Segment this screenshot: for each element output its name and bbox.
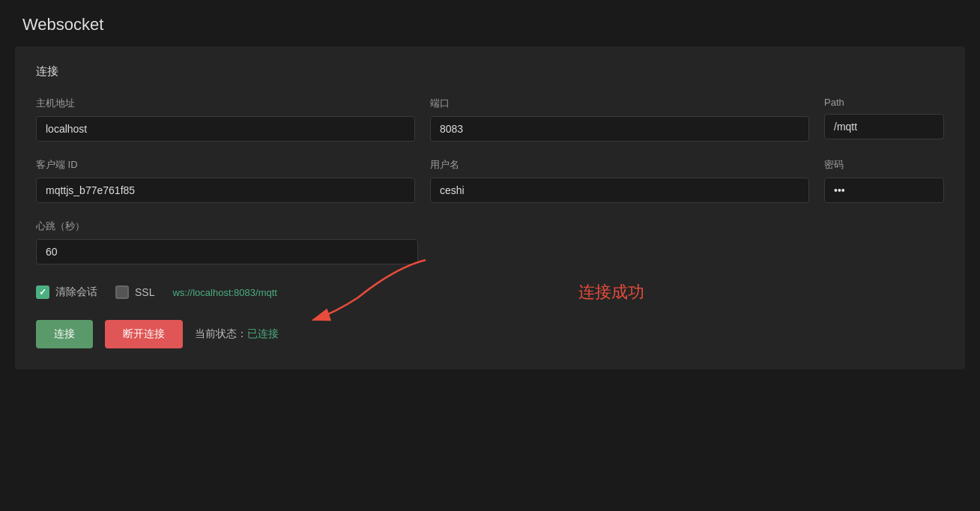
password-group: 密码 (824, 158, 944, 203)
check-icon: ✓ (39, 287, 46, 297)
username-input[interactable] (430, 178, 809, 203)
page-title: Websocket (22, 15, 958, 34)
host-input[interactable] (36, 116, 415, 142)
host-label: 主机地址 (36, 97, 415, 110)
clear-session-checkbox[interactable]: ✓ (36, 285, 49, 299)
success-area: 连接成功 (503, 281, 644, 303)
row-client-user-pass: 客户端 ID 用户名 密码 (36, 158, 944, 203)
client-id-group: 客户端 ID (36, 158, 415, 203)
password-input[interactable] (824, 178, 944, 203)
path-label: Path (824, 97, 944, 108)
ssl-group[interactable]: SSL (115, 285, 154, 299)
options-row: ✓ 清除会话 SSL ws://localhost:8083/mqtt 连接成功 (36, 281, 944, 303)
port-input[interactable] (430, 116, 809, 142)
ws-url-text: ws://localhost:8083/mqtt (172, 287, 276, 298)
path-group: Path (824, 97, 944, 142)
port-group: 端口 (430, 97, 809, 142)
username-group: 用户名 (430, 158, 809, 203)
options-left: ✓ 清除会话 SSL ws://localhost:8083/mqtt (36, 285, 277, 299)
status-value: 已连接 (247, 327, 279, 339)
card-title: 连接 (36, 64, 944, 79)
connection-card: 连接 主机地址 端口 Path 客户端 ID 用户名 密码 (15, 46, 965, 369)
path-input[interactable] (824, 114, 944, 139)
disconnect-button[interactable]: 断开连接 (105, 320, 183, 348)
client-id-label: 客户端 ID (36, 158, 415, 172)
password-label: 密码 (824, 158, 944, 172)
row-host-port-path: 主机地址 端口 Path (36, 97, 944, 142)
success-text: 连接成功 (578, 281, 644, 303)
port-label: 端口 (430, 97, 809, 110)
client-id-input[interactable] (36, 178, 415, 203)
heartbeat-group: 心跳（秒） (36, 220, 418, 264)
clear-session-label: 清除会话 (55, 285, 97, 299)
page-header: Websocket (0, 0, 980, 46)
clear-session-group[interactable]: ✓ 清除会话 (36, 285, 97, 299)
heartbeat-label: 心跳（秒） (36, 220, 418, 233)
ssl-checkbox[interactable] (115, 285, 129, 299)
ssl-label: SSL (135, 286, 154, 298)
row-heartbeat: 心跳（秒） (36, 220, 944, 264)
heartbeat-input[interactable] (36, 239, 418, 264)
username-label: 用户名 (430, 158, 809, 172)
status-label: 当前状态：已连接 (195, 327, 279, 341)
button-row: 连接 断开连接 当前状态：已连接 (36, 320, 944, 348)
connect-button[interactable]: 连接 (36, 320, 93, 348)
host-group: 主机地址 (36, 97, 415, 142)
